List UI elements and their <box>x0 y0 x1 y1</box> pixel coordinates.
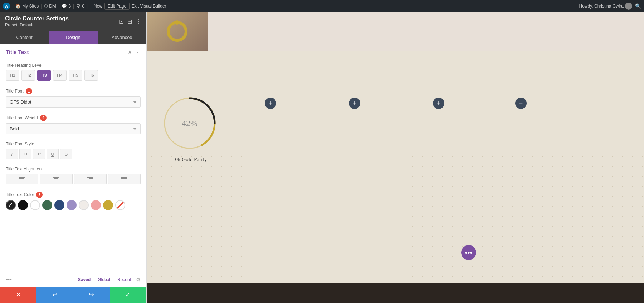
color-swatches <box>6 200 141 210</box>
saved-tab-btn[interactable]: Saved <box>76 276 93 284</box>
tab-design[interactable]: Design <box>49 31 97 44</box>
action-bar: ✕ ↩ ↪ ✓ <box>0 287 146 303</box>
svg-rect-5 <box>53 180 59 180</box>
add-btn-3[interactable]: + <box>433 98 444 109</box>
add-btn-2[interactable]: + <box>349 98 360 109</box>
color-white[interactable] <box>30 200 40 210</box>
cancel-button[interactable]: ✕ <box>0 287 36 303</box>
add-btn-1[interactable]: + <box>265 98 276 109</box>
new-label: New <box>94 4 102 9</box>
columns-icon[interactable]: ⊞ <box>127 18 132 25</box>
panel-header-icons: ⊡ ⊞ ⋮ <box>119 18 141 25</box>
svg-rect-10 <box>121 178 127 179</box>
svg-rect-6 <box>87 177 93 178</box>
title-font-weight-select[interactable]: Bold <box>6 123 141 134</box>
color-green[interactable] <box>42 200 52 210</box>
heading-h2-btn[interactable]: H2 <box>21 70 35 81</box>
svg-rect-11 <box>121 180 127 180</box>
color-light[interactable] <box>79 200 89 210</box>
underline-btn[interactable]: U <box>47 149 59 159</box>
bottom-tabs: ••• Saved Global Recent ⚙ <box>0 273 146 287</box>
svg-point-13 <box>175 20 179 25</box>
svg-rect-3 <box>53 177 59 178</box>
align-right-icon <box>87 177 93 181</box>
color-black[interactable] <box>18 200 28 210</box>
more-dots[interactable]: ••• <box>6 277 12 283</box>
tab-content[interactable]: Content <box>0 31 49 44</box>
title-font-label: Title Font 1 <box>6 88 141 94</box>
heading-level-label: Title Heading Level <box>6 63 141 68</box>
collapse-icon[interactable]: ∧ <box>128 49 132 55</box>
recent-tab-btn[interactable]: Recent <box>115 276 133 284</box>
color-clear[interactable] <box>115 200 125 210</box>
jewelry-image <box>163 17 191 46</box>
heading-h3-btn[interactable]: H3 <box>37 70 51 81</box>
section-header: Title Text ∧ ⋮ <box>0 44 146 59</box>
fullscreen-icon[interactable]: ⊡ <box>119 18 124 25</box>
add-btn-4[interactable]: + <box>515 98 527 109</box>
color-picker-btn[interactable] <box>6 200 16 210</box>
heading-h5-btn[interactable]: H5 <box>69 70 82 81</box>
title-font-style-row: Title Font Style I TT Tt U S <box>0 138 146 163</box>
uppercase-btn[interactable]: TT <box>19 149 31 159</box>
comments-count[interactable]: 💬 3 <box>62 4 71 9</box>
capitalize-btn[interactable]: Tt <box>33 149 45 159</box>
svg-rect-1 <box>19 178 24 179</box>
section-more-icon[interactable]: ⋮ <box>135 49 141 55</box>
svg-rect-9 <box>121 177 127 178</box>
comment-pending[interactable]: 🗨 0 <box>76 4 84 9</box>
heading-buttons: H1 H2 H3 H4 H5 H6 <box>6 70 141 81</box>
circle-counter-label: 10k Gold Parity <box>157 157 222 163</box>
align-left-btn[interactable] <box>6 174 38 184</box>
wordpress-icon[interactable]: W <box>3 3 10 10</box>
search-icon[interactable]: 🔍 <box>635 3 641 9</box>
heading-h1-btn[interactable]: H1 <box>6 70 19 81</box>
italic-btn[interactable]: I <box>6 149 18 159</box>
svg-text:42%: 42% <box>182 119 197 128</box>
divi-label: Divi <box>49 4 56 9</box>
color-pink[interactable] <box>91 200 101 210</box>
bubble-icon: 💬 <box>62 4 67 9</box>
align-left-icon <box>19 177 25 181</box>
strikethrough-btn[interactable]: S <box>60 149 72 159</box>
canvas-bottom-bar <box>147 283 644 303</box>
comment-count: 0 <box>82 4 84 9</box>
tab-advanced[interactable]: Advanced <box>98 31 146 44</box>
title-font-badge: 1 <box>26 88 32 94</box>
user-avatar <box>625 3 632 10</box>
divi-menu[interactable]: ⬡ Divi <box>44 4 56 9</box>
font-style-buttons: I TT Tt U S <box>6 149 141 159</box>
undo-button[interactable]: ↩ <box>36 287 73 303</box>
align-center-btn[interactable] <box>40 174 72 184</box>
my-sites-menu[interactable]: 🏠 My Sites <box>15 4 39 9</box>
plus-icon: + <box>90 4 92 9</box>
topbar: W | 🏠 My Sites | ⬡ Divi | 💬 3 | 🗨 0 | + … <box>0 0 644 12</box>
redo-button[interactable]: ↪ <box>73 287 110 303</box>
align-justify-btn[interactable] <box>108 174 141 184</box>
title-font-weight-label: Title Font Weight 2 <box>6 115 141 121</box>
color-gold[interactable] <box>103 200 113 210</box>
title-font-row: Title Font 1 GFS Didot <box>0 84 146 111</box>
title-text-alignment-row: Title Text Alignment <box>0 163 146 188</box>
panel-title: Circle Counter Settings <box>5 15 69 22</box>
user-info[interactable]: Howdy, Christina Gwira <box>579 3 632 10</box>
global-tab-btn[interactable]: Global <box>96 276 112 284</box>
edit-page-button[interactable]: Edit Page <box>104 3 130 10</box>
save-button[interactable]: ✓ <box>110 287 146 303</box>
exit-visual-builder-button[interactable]: Exit Visual Builder <box>132 4 166 9</box>
heading-h4-btn[interactable]: H4 <box>53 70 67 81</box>
title-text-alignment-label: Title Text Alignment <box>6 167 141 172</box>
color-navy[interactable] <box>54 200 64 210</box>
section-title: Title Text <box>6 49 29 55</box>
color-lavender[interactable] <box>67 200 77 210</box>
purple-fab-button[interactable]: ••• <box>461 245 476 260</box>
more-options-icon[interactable]: ⋮ <box>136 18 141 25</box>
svg-rect-2 <box>19 180 25 180</box>
title-font-select[interactable]: GFS Didot <box>6 96 141 108</box>
preset-link[interactable]: Preset: Default <box>5 23 33 28</box>
new-menu[interactable]: + New <box>90 4 102 9</box>
align-right-btn[interactable] <box>74 174 107 184</box>
settings-icon[interactable]: ⚙ <box>136 277 141 283</box>
heading-h6-btn[interactable]: H6 <box>84 70 98 81</box>
panel-header: Circle Counter Settings Preset: Default … <box>0 12 146 31</box>
